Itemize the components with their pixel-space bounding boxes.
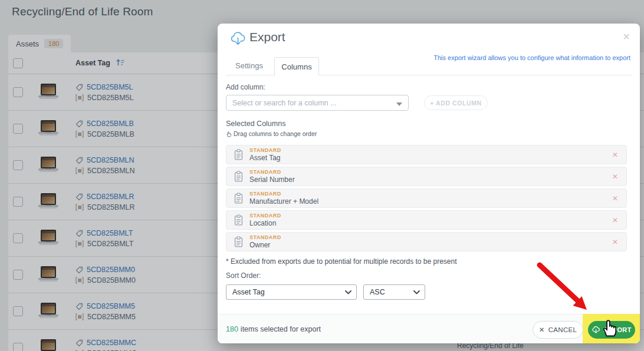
selected-column-card[interactable]: STANDARD Asset Tag ✕: [226, 145, 627, 164]
sort-order-label: Sort Order:: [226, 271, 261, 280]
selected-columns-title: Selected Columns: [226, 120, 285, 128]
remove-column-icon[interactable]: ✕: [612, 216, 618, 224]
modal-title: Export: [249, 30, 285, 44]
drag-columns-hint: Drag columns to change order: [226, 130, 317, 137]
column-name: Serial Number: [249, 176, 612, 183]
hand-cursor: [600, 318, 617, 337]
selected-column-card[interactable]: STANDARD Serial Number ✕: [226, 167, 627, 186]
selected-count-suffix: items selected for export: [241, 325, 321, 333]
export-wizard-helper-text: This export wizard allows you to configu…: [433, 54, 630, 61]
remove-column-icon[interactable]: ✕: [612, 194, 618, 203]
column-name: Manufacturer + Model: [249, 198, 612, 205]
clipboard-icon: [234, 193, 244, 204]
cancel-button[interactable]: ✕ CANCEL: [533, 321, 583, 339]
hand-pointer-icon: [226, 131, 231, 137]
selected-column-card[interactable]: STANDARD Location ✕: [226, 210, 627, 230]
cloud-download-icon: [592, 326, 600, 334]
selected-columns-list: STANDARD Asset Tag ✕ STANDARD Serial Num…: [226, 145, 627, 254]
column-name: Owner: [249, 241, 612, 249]
column-search-select[interactable]: Select or search for a column ...: [226, 95, 409, 111]
clipboard-icon: [234, 149, 244, 160]
column-type-badge: STANDARD: [249, 170, 612, 175]
excluded-note: * Excluded from exports due to potential…: [226, 257, 457, 266]
remove-column-icon[interactable]: ✕: [612, 238, 618, 246]
add-column-label: Add column:: [226, 83, 265, 91]
add-column-button[interactable]: + ADD COLUMN: [424, 95, 488, 110]
close-icon[interactable]: ✕: [623, 31, 630, 42]
clipboard-icon: [234, 236, 244, 247]
column-name: Location: [249, 220, 612, 227]
clipboard-icon: [234, 171, 244, 182]
column-search-placeholder: Select or search for a column ...: [226, 99, 396, 107]
cloud-download-icon: [230, 32, 246, 49]
column-name: Asset Tag: [249, 154, 612, 161]
selected-count: 180: [226, 325, 238, 333]
chevron-down-icon: [396, 98, 408, 108]
remove-column-icon[interactable]: ✕: [612, 173, 618, 181]
sort-direction-select[interactable]: ASC: [363, 284, 425, 300]
cancel-x-icon: ✕: [539, 326, 545, 334]
column-type-badge: STANDARD: [249, 191, 612, 197]
chevron-down-icon: [413, 290, 425, 294]
selected-column-card[interactable]: STANDARD Owner ✕: [226, 232, 627, 251]
clipboard-icon: [234, 214, 244, 226]
modal-footer: 180items selected for export ✕ CANCEL EX…: [218, 314, 640, 343]
remove-column-icon[interactable]: ✕: [612, 151, 618, 159]
tab-columns[interactable]: Columns: [274, 57, 319, 75]
tab-settings[interactable]: Settings: [235, 61, 263, 70]
column-type-badge: STANDARD: [249, 235, 612, 240]
column-type-badge: STANDARD: [249, 148, 612, 153]
sort-field-select[interactable]: Asset Tag: [226, 284, 357, 300]
chevron-down-icon: [345, 290, 356, 294]
column-type-badge: STANDARD: [249, 213, 612, 218]
red-arrow-annotation: [528, 258, 594, 314]
selected-column-card[interactable]: STANDARD Manufacturer + Model ✕: [226, 188, 627, 208]
